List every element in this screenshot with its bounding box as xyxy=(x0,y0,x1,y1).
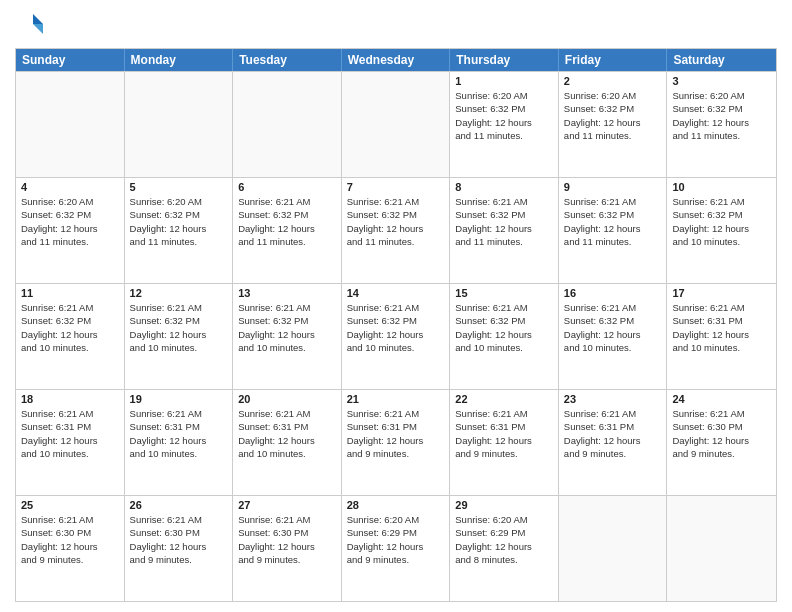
day-number: 28 xyxy=(347,499,445,511)
day-number: 21 xyxy=(347,393,445,405)
calendar-cell: 28Sunrise: 6:20 AM Sunset: 6:29 PM Dayli… xyxy=(342,496,451,601)
calendar-cell: 16Sunrise: 6:21 AM Sunset: 6:32 PM Dayli… xyxy=(559,284,668,389)
day-info: Sunrise: 6:20 AM Sunset: 6:32 PM Dayligh… xyxy=(21,195,119,248)
calendar-cell: 5Sunrise: 6:20 AM Sunset: 6:32 PM Daylig… xyxy=(125,178,234,283)
calendar-cell: 13Sunrise: 6:21 AM Sunset: 6:32 PM Dayli… xyxy=(233,284,342,389)
calendar-header: SundayMondayTuesdayWednesdayThursdayFrid… xyxy=(16,49,776,71)
day-number: 5 xyxy=(130,181,228,193)
calendar-cell: 26Sunrise: 6:21 AM Sunset: 6:30 PM Dayli… xyxy=(125,496,234,601)
weekday-header: Thursday xyxy=(450,49,559,71)
calendar-cell xyxy=(16,72,125,177)
weekday-header: Sunday xyxy=(16,49,125,71)
day-info: Sunrise: 6:21 AM Sunset: 6:32 PM Dayligh… xyxy=(455,301,553,354)
day-info: Sunrise: 6:20 AM Sunset: 6:32 PM Dayligh… xyxy=(564,89,662,142)
calendar-cell: 7Sunrise: 6:21 AM Sunset: 6:32 PM Daylig… xyxy=(342,178,451,283)
day-number: 22 xyxy=(455,393,553,405)
day-info: Sunrise: 6:21 AM Sunset: 6:32 PM Dayligh… xyxy=(21,301,119,354)
logo xyxy=(15,10,49,40)
calendar-cell: 14Sunrise: 6:21 AM Sunset: 6:32 PM Dayli… xyxy=(342,284,451,389)
day-number: 1 xyxy=(455,75,553,87)
calendar-cell: 22Sunrise: 6:21 AM Sunset: 6:31 PM Dayli… xyxy=(450,390,559,495)
calendar-cell: 24Sunrise: 6:21 AM Sunset: 6:30 PM Dayli… xyxy=(667,390,776,495)
calendar-cell xyxy=(559,496,668,601)
calendar-cell xyxy=(342,72,451,177)
logo-icon xyxy=(15,10,45,40)
day-number: 29 xyxy=(455,499,553,511)
day-number: 6 xyxy=(238,181,336,193)
day-info: Sunrise: 6:21 AM Sunset: 6:32 PM Dayligh… xyxy=(564,195,662,248)
calendar-cell: 2Sunrise: 6:20 AM Sunset: 6:32 PM Daylig… xyxy=(559,72,668,177)
day-number: 27 xyxy=(238,499,336,511)
calendar-cell: 29Sunrise: 6:20 AM Sunset: 6:29 PM Dayli… xyxy=(450,496,559,601)
day-info: Sunrise: 6:21 AM Sunset: 6:30 PM Dayligh… xyxy=(238,513,336,566)
day-number: 12 xyxy=(130,287,228,299)
calendar-cell: 17Sunrise: 6:21 AM Sunset: 6:31 PM Dayli… xyxy=(667,284,776,389)
calendar-cell: 20Sunrise: 6:21 AM Sunset: 6:31 PM Dayli… xyxy=(233,390,342,495)
day-info: Sunrise: 6:21 AM Sunset: 6:31 PM Dayligh… xyxy=(672,301,771,354)
day-info: Sunrise: 6:21 AM Sunset: 6:31 PM Dayligh… xyxy=(130,407,228,460)
calendar-cell xyxy=(125,72,234,177)
calendar-cell: 25Sunrise: 6:21 AM Sunset: 6:30 PM Dayli… xyxy=(16,496,125,601)
weekday-header: Friday xyxy=(559,49,668,71)
day-number: 15 xyxy=(455,287,553,299)
calendar-cell: 4Sunrise: 6:20 AM Sunset: 6:32 PM Daylig… xyxy=(16,178,125,283)
day-info: Sunrise: 6:21 AM Sunset: 6:31 PM Dayligh… xyxy=(564,407,662,460)
day-number: 18 xyxy=(21,393,119,405)
day-number: 11 xyxy=(21,287,119,299)
calendar-row: 4Sunrise: 6:20 AM Sunset: 6:32 PM Daylig… xyxy=(16,177,776,283)
calendar-cell: 15Sunrise: 6:21 AM Sunset: 6:32 PM Dayli… xyxy=(450,284,559,389)
day-number: 8 xyxy=(455,181,553,193)
page: SundayMondayTuesdayWednesdayThursdayFrid… xyxy=(0,0,792,612)
day-number: 24 xyxy=(672,393,771,405)
day-info: Sunrise: 6:21 AM Sunset: 6:31 PM Dayligh… xyxy=(238,407,336,460)
calendar-cell: 11Sunrise: 6:21 AM Sunset: 6:32 PM Dayli… xyxy=(16,284,125,389)
day-info: Sunrise: 6:20 AM Sunset: 6:32 PM Dayligh… xyxy=(672,89,771,142)
svg-marker-1 xyxy=(33,24,43,34)
calendar-cell: 12Sunrise: 6:21 AM Sunset: 6:32 PM Dayli… xyxy=(125,284,234,389)
day-info: Sunrise: 6:21 AM Sunset: 6:32 PM Dayligh… xyxy=(455,195,553,248)
calendar-cell: 1Sunrise: 6:20 AM Sunset: 6:32 PM Daylig… xyxy=(450,72,559,177)
day-info: Sunrise: 6:21 AM Sunset: 6:32 PM Dayligh… xyxy=(130,301,228,354)
day-info: Sunrise: 6:21 AM Sunset: 6:30 PM Dayligh… xyxy=(672,407,771,460)
day-info: Sunrise: 6:21 AM Sunset: 6:32 PM Dayligh… xyxy=(347,301,445,354)
calendar-cell xyxy=(233,72,342,177)
day-info: Sunrise: 6:21 AM Sunset: 6:32 PM Dayligh… xyxy=(238,195,336,248)
calendar-cell: 6Sunrise: 6:21 AM Sunset: 6:32 PM Daylig… xyxy=(233,178,342,283)
calendar-row: 1Sunrise: 6:20 AM Sunset: 6:32 PM Daylig… xyxy=(16,71,776,177)
calendar-cell: 23Sunrise: 6:21 AM Sunset: 6:31 PM Dayli… xyxy=(559,390,668,495)
day-info: Sunrise: 6:21 AM Sunset: 6:32 PM Dayligh… xyxy=(564,301,662,354)
weekday-header: Tuesday xyxy=(233,49,342,71)
calendar-cell xyxy=(667,496,776,601)
header xyxy=(15,10,777,40)
weekday-header: Monday xyxy=(125,49,234,71)
calendar-row: 25Sunrise: 6:21 AM Sunset: 6:30 PM Dayli… xyxy=(16,495,776,601)
calendar-cell: 9Sunrise: 6:21 AM Sunset: 6:32 PM Daylig… xyxy=(559,178,668,283)
calendar-cell: 27Sunrise: 6:21 AM Sunset: 6:30 PM Dayli… xyxy=(233,496,342,601)
weekday-header: Wednesday xyxy=(342,49,451,71)
day-info: Sunrise: 6:21 AM Sunset: 6:31 PM Dayligh… xyxy=(347,407,445,460)
day-number: 3 xyxy=(672,75,771,87)
day-info: Sunrise: 6:20 AM Sunset: 6:32 PM Dayligh… xyxy=(455,89,553,142)
day-number: 23 xyxy=(564,393,662,405)
day-info: Sunrise: 6:21 AM Sunset: 6:31 PM Dayligh… xyxy=(21,407,119,460)
day-info: Sunrise: 6:20 AM Sunset: 6:29 PM Dayligh… xyxy=(455,513,553,566)
day-info: Sunrise: 6:21 AM Sunset: 6:30 PM Dayligh… xyxy=(130,513,228,566)
calendar-cell: 10Sunrise: 6:21 AM Sunset: 6:32 PM Dayli… xyxy=(667,178,776,283)
day-number: 2 xyxy=(564,75,662,87)
day-number: 19 xyxy=(130,393,228,405)
day-info: Sunrise: 6:20 AM Sunset: 6:29 PM Dayligh… xyxy=(347,513,445,566)
day-number: 13 xyxy=(238,287,336,299)
day-number: 20 xyxy=(238,393,336,405)
day-number: 25 xyxy=(21,499,119,511)
calendar-cell: 19Sunrise: 6:21 AM Sunset: 6:31 PM Dayli… xyxy=(125,390,234,495)
day-number: 4 xyxy=(21,181,119,193)
calendar-cell: 21Sunrise: 6:21 AM Sunset: 6:31 PM Dayli… xyxy=(342,390,451,495)
day-number: 9 xyxy=(564,181,662,193)
svg-marker-0 xyxy=(33,14,43,24)
day-info: Sunrise: 6:21 AM Sunset: 6:32 PM Dayligh… xyxy=(347,195,445,248)
day-number: 26 xyxy=(130,499,228,511)
weekday-header: Saturday xyxy=(667,49,776,71)
calendar: SundayMondayTuesdayWednesdayThursdayFrid… xyxy=(15,48,777,602)
day-info: Sunrise: 6:21 AM Sunset: 6:32 PM Dayligh… xyxy=(238,301,336,354)
day-info: Sunrise: 6:21 AM Sunset: 6:31 PM Dayligh… xyxy=(455,407,553,460)
